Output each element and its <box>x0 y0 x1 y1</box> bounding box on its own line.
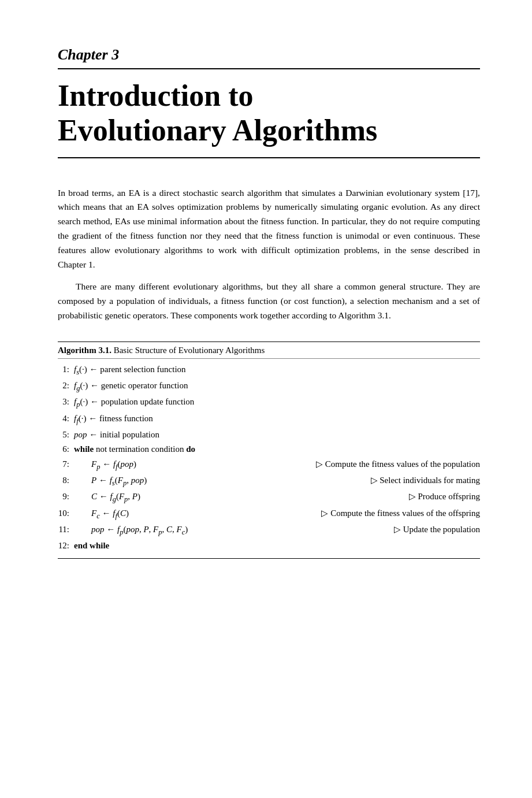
algo-line-10: 10: Fc ← ff(C) Compute the fitness value… <box>58 506 480 522</box>
algo-line-9: 9: C ← fg(Fp, P) Produce offspring <box>58 489 480 506</box>
body-text: In broad terms, an EA is a direct stocha… <box>58 186 480 323</box>
algo-line-11: 11: pop ← fp(pop, P, Fp, C, Fc) Update t… <box>58 522 480 539</box>
page: Chapter 3 Introduction to Evolutionary A… <box>0 0 532 798</box>
algorithm-header-bold: Algorithm 3.1. <box>58 346 111 355</box>
algorithm-box: Algorithm 3.1. Basic Structure of Evolut… <box>58 342 480 559</box>
body-paragraph-1: In broad terms, an EA is a direct stocha… <box>58 186 480 272</box>
chapter-label: Chapter 3 <box>58 46 480 64</box>
algo-line-8: 8: P ← fs(Fp, pop) Select individuals fo… <box>58 473 480 489</box>
algo-line-6: 6: while not termination condition do <box>58 442 480 457</box>
body-paragraph-2: There are many different evolutionary al… <box>58 280 480 322</box>
algo-line-2: 2: fg(·) ← genetic operator function <box>58 378 480 395</box>
chapter-divider-bottom <box>58 157 480 158</box>
algorithm-header: Algorithm 3.1. Basic Structure of Evolut… <box>58 342 480 359</box>
chapter-divider-top <box>58 68 480 69</box>
algo-line-4: 4: ff(·) ← fitness function <box>58 411 480 428</box>
algo-line-1: 1: fs(·) ← parent selection function <box>58 362 480 378</box>
algo-line-5: 5: pop ← initial population <box>58 428 480 443</box>
algo-line-12: 12: end while <box>58 539 480 554</box>
algo-line-3: 3: fp(·) ← population update function <box>58 395 480 411</box>
algo-line-7: 7: Fp ← ff(pop) Compute the fitness valu… <box>58 457 480 473</box>
chapter-title: Introduction to Evolutionary Algorithms <box>58 79 480 148</box>
algorithm-content: 1: fs(·) ← parent selection function 2: … <box>58 359 480 558</box>
